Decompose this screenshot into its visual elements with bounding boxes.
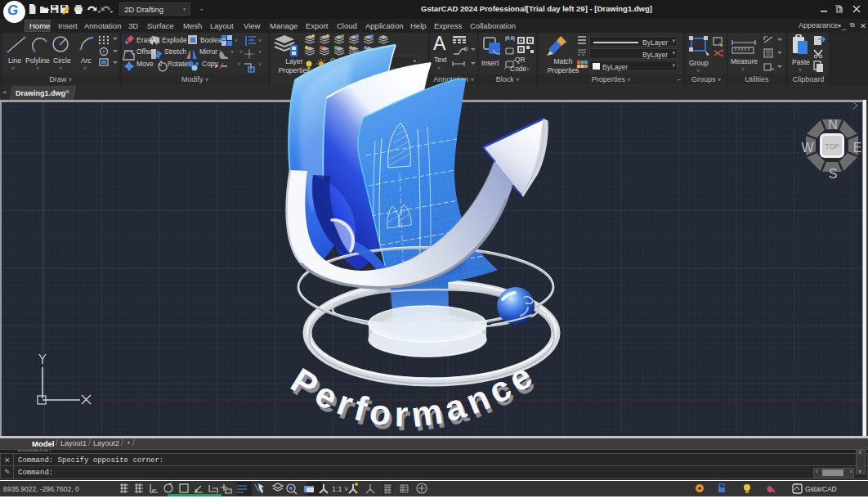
svg-text:N: N xyxy=(828,118,838,132)
svg-text:S: S xyxy=(829,167,838,181)
svg-text:TOP: TOP xyxy=(825,142,839,150)
svg-text:E: E xyxy=(853,141,862,155)
svg-text:1:1 ˅: 1:1 ˅ xyxy=(332,485,348,493)
svg-text:W: W xyxy=(801,141,814,155)
